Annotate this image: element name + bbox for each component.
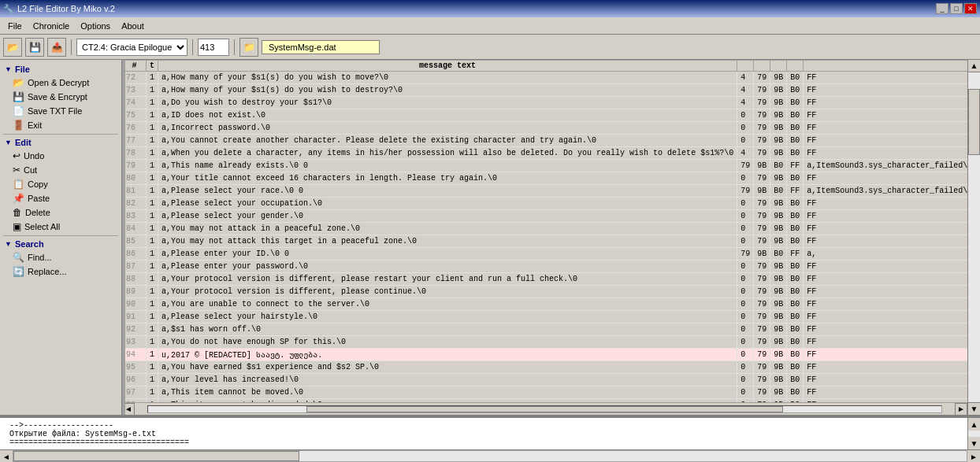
log-h-track: [13, 450, 967, 462]
log-scroll-down[interactable]: ▼: [968, 437, 980, 449]
restore-button[interactable]: □: [950, 3, 963, 14]
file-section-arrow: ▼: [5, 65, 12, 73]
menu-options[interactable]: Options: [76, 20, 115, 32]
edit-section-arrow: ▼: [5, 139, 12, 146]
log-h-scrollbar[interactable]: ◄ ►: [0, 449, 980, 462]
log-panel: -->------------------- Открытие файла: S…: [0, 416, 967, 449]
sidebar-item-exit[interactable]: 🚪 Exit: [0, 118, 121, 132]
toolbar-goto-button[interactable]: 📁: [239, 38, 258, 57]
sidebar-paste-label: Paste: [28, 194, 50, 203]
sidebar-section-search[interactable]: ▼ Search: [0, 238, 121, 250]
sidebar-section-file[interactable]: ▼ File: [0, 63, 121, 76]
table-row[interactable]: 741a,Do you wish to destroy your $s1?\04…: [123, 97, 968, 109]
table-row[interactable]: 881a,Your protocol version is different,…: [123, 273, 968, 286]
title-bar-controls: _ □ ✕: [936, 3, 977, 14]
sidebar-item-select-all[interactable]: ▣ Select All: [0, 220, 121, 234]
sidebar-item-save-txt[interactable]: 📄 Save TXT File: [0, 104, 121, 118]
log-area: -->------------------- Открытие файла: S…: [5, 419, 963, 449]
table-row[interactable]: 911a,Please select your hairstyle.\00799…: [123, 311, 968, 323]
table-row[interactable]: 981a,This item cannot be discarded.\0079…: [123, 399, 968, 403]
close-button[interactable]: ✕: [964, 3, 977, 14]
sidebar-item-replace[interactable]: 🔄 Replace...: [0, 264, 121, 279]
table-row[interactable]: 771a,You cannot create another character…: [123, 135, 968, 147]
table-row[interactable]: 821a,Please select your occupation.\0079…: [123, 198, 968, 210]
cut-icon: ✂: [13, 164, 20, 176]
menu-file[interactable]: File: [3, 20, 27, 32]
horizontal-scroll-thumb[interactable]: [306, 406, 782, 412]
table-row[interactable]: 781a,When you delete a character, any it…: [123, 147, 968, 160]
scroll-up-button[interactable]: ▲: [968, 60, 980, 72]
sidebar-item-delete[interactable]: 🗑 Delete: [0, 205, 121, 220]
sidebar-cut-label: Cut: [24, 165, 37, 175]
table-row[interactable]: 751a,ID does not exist.\00799BB0FFa,Item…: [123, 109, 968, 122]
sidebar-undo-label: Undo: [24, 151, 44, 161]
sidebar-item-open[interactable]: 📂 Open & Decrypt: [0, 76, 121, 90]
menu-about[interactable]: About: [117, 20, 149, 32]
title-bar: 🔧 L2 File Editor By Miko v.2 _ □ ✕: [0, 0, 980, 17]
table-row[interactable]: 761a,Incorrect password.\00799BB0FFa,a,0…: [123, 122, 968, 135]
toolbar-export-button[interactable]: 📤: [47, 38, 66, 57]
minimize-button[interactable]: _: [936, 3, 948, 14]
table-row[interactable]: 721a,How many of your $s1(s) do you wish…: [123, 72, 968, 84]
sidebar-item-copy[interactable]: 📋 Copy: [0, 177, 121, 191]
table-row[interactable]: 951a,You have earned $s1 experience and …: [123, 361, 968, 374]
menu-bar: File Chronicle Options About: [0, 17, 980, 35]
horizontal-scroll-track: [147, 405, 942, 413]
scroll-down-button[interactable]: ▼: [968, 402, 980, 415]
log-scroll-up[interactable]: ▲: [968, 418, 980, 431]
col-header-c5: [804, 61, 967, 72]
copy-icon: 📋: [13, 179, 24, 190]
table-row[interactable]: 961a,Your level has increased!\00799BB0F…: [123, 374, 968, 386]
table-row[interactable]: 861a,Please enter your ID.\0 0799BB0FFa,…: [123, 248, 968, 261]
sidebar-section-edit[interactable]: ▼ Edit: [0, 136, 121, 149]
toolbar-separator3: [234, 39, 235, 55]
table-row[interactable]: 871a,Please enter your password.\00799BB…: [123, 261, 968, 273]
resize-handle[interactable]: [122, 60, 125, 415]
table-row[interactable]: 971a,This item cannot be moved.\00799BB0…: [123, 386, 968, 399]
toolbar-open-button[interactable]: 📂: [3, 38, 22, 57]
file-name-label: SystemMsg-e.dat: [262, 40, 380, 54]
toolbar-separator2: [192, 39, 193, 55]
log-h-thumb[interactable]: [13, 451, 299, 461]
table-row[interactable]: 791a,This name already exists.\0 0799BB0…: [123, 160, 968, 172]
table-row[interactable]: 851a,You may not attack this target in a…: [123, 235, 968, 248]
log-scroll-right[interactable]: ►: [967, 450, 980, 462]
toolbar-separator: [71, 39, 72, 55]
menu-chronicle[interactable]: Chronicle: [28, 20, 74, 32]
undo-icon: ↩: [13, 150, 20, 161]
sidebar-open-label: Open & Decrypt: [28, 78, 89, 87]
line-number-input[interactable]: [198, 39, 229, 56]
vertical-scroll-thumb[interactable]: [968, 89, 980, 155]
table-row[interactable]: 841a,You may not attack in a peaceful zo…: [123, 223, 968, 235]
sidebar-item-save-encrypt[interactable]: 💾 Save & Encrypt: [0, 90, 121, 104]
col-header-msg: message text: [158, 61, 737, 72]
log-scrollbar[interactable]: ▲ ▼: [967, 416, 980, 449]
sidebar-replace-label: Replace...: [28, 267, 67, 276]
table-row[interactable]: 801a,Your title cannot exceed 16 charact…: [123, 172, 968, 185]
chronicle-select[interactable]: CT2.4: Gracia Epilogue: [76, 39, 187, 56]
sidebar-item-cut[interactable]: ✂ Cut: [0, 163, 121, 177]
sidebar-item-paste[interactable]: 📌 Paste: [0, 191, 121, 205]
table-row[interactable]: 811a,Please select your race.\0 0799BB0F…: [123, 185, 968, 198]
table-row[interactable]: 941u,2017 © [REDACTED] საავტ. უფლება.079…: [123, 349, 968, 361]
vertical-scrollbar[interactable]: ▲ ▼: [967, 60, 980, 415]
table-row[interactable]: 891a,Your protocol version is different,…: [123, 286, 968, 298]
table-row[interactable]: 731a,How many of your $s1(s) do you wish…: [123, 84, 968, 97]
edit-section-label: Edit: [15, 138, 32, 147]
sidebar-item-undo[interactable]: ↩ Undo: [0, 149, 121, 163]
log-scroll-track: [968, 431, 980, 437]
col-header-t: t: [147, 61, 158, 72]
log-scroll-left[interactable]: ◄: [0, 450, 13, 462]
table-row[interactable]: 921a,$s1 has worn off.\00799BB0FFa,a,000…: [123, 323, 968, 336]
table-row[interactable]: 831a,Please select your gender.\00799BB0…: [123, 210, 968, 223]
sidebar-item-find[interactable]: 🔍 Find...: [0, 250, 121, 264]
sidebar-save-encrypt-label: Save & Encrypt: [28, 92, 87, 102]
scroll-right-button[interactable]: ►: [955, 403, 967, 416]
sidebar-divider-2: [3, 235, 118, 236]
table-scroll-area[interactable]: # t message text: [122, 60, 967, 402]
table-row[interactable]: 901a,You are unable to connect to the se…: [123, 298, 968, 311]
data-table: # t message text: [122, 60, 967, 402]
table-row[interactable]: 931a,You do not have enough SP for this.…: [123, 336, 968, 349]
toolbar-save-button[interactable]: 💾: [25, 38, 44, 57]
horizontal-scrollbar[interactable]: ◄ ►: [122, 402, 967, 415]
